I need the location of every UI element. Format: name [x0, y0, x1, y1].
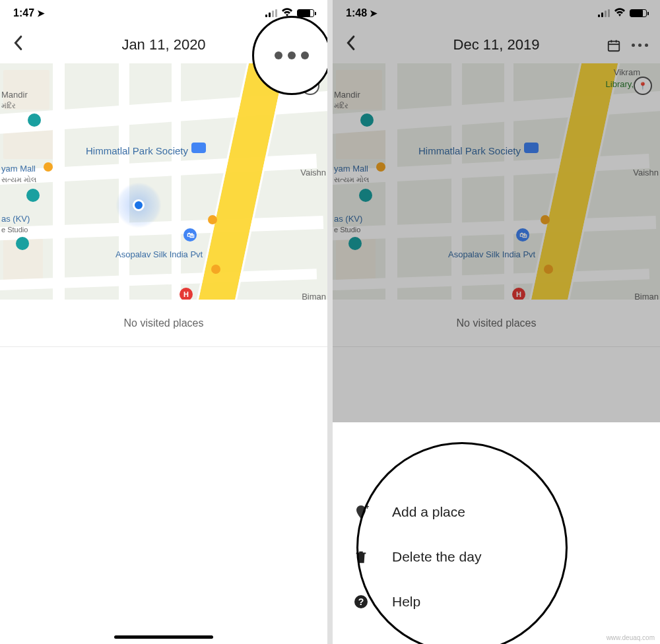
add-place-icon: +	[352, 504, 370, 520]
map-label: Himmatlal Park Society	[86, 145, 188, 156]
status-time: 1:47	[13, 7, 34, 19]
map-pin-transit-icon[interactable]	[208, 215, 217, 224]
map-pin-transit-icon[interactable]	[44, 162, 53, 172]
map-view[interactable]: Mandir મંદિર Library, Vikram Himmatlal P…	[333, 63, 660, 300]
map-pin-icon[interactable]	[191, 143, 206, 153]
map-label: Asopalav Silk India Pvt	[448, 249, 535, 259]
cellular-signal-icon	[598, 9, 610, 17]
home-indicator[interactable]	[114, 635, 213, 639]
map-pin-transit-icon[interactable]	[541, 215, 550, 224]
delete-day-button[interactable]: Delete the day	[333, 534, 660, 579]
sheet-item-label: Add a place	[392, 504, 465, 520]
map-label: Himmatlal Park Society	[418, 145, 521, 156]
visited-places-empty: No visited places	[0, 300, 327, 347]
location-services-icon: ➤	[37, 8, 45, 18]
map-pin-hospital-icon[interactable]: H	[180, 288, 193, 300]
trash-icon	[352, 549, 370, 565]
help-icon: ?	[352, 594, 370, 610]
map-pin-icon[interactable]	[348, 237, 362, 250]
map-label: Library,	[606, 79, 634, 89]
phone-screen-left: 1:47 ➤ Jan 11, 2020	[0, 0, 327, 644]
map-pin-icon[interactable]	[28, 113, 41, 127]
map-label: Asopalav Silk India Pvt	[116, 249, 203, 259]
map-label: Vikram	[614, 67, 640, 77]
map-label: Biman	[302, 292, 326, 300]
map-label: yam Mall	[1, 164, 36, 174]
map-pin-icon[interactable]: 🛍	[183, 228, 197, 242]
help-button[interactable]: ? Help	[333, 579, 660, 624]
map-label: as (KV)	[1, 214, 30, 224]
map-label: મંદિર	[334, 102, 348, 110]
map-pin-icon[interactable]	[360, 113, 374, 127]
map-pin-icon[interactable]: 📍	[634, 77, 652, 95]
svg-text:+: +	[365, 504, 369, 511]
map-pin-transit-icon[interactable]	[376, 162, 385, 172]
map-pin-icon[interactable]	[16, 237, 29, 250]
visited-places-empty: No visited places	[333, 300, 660, 347]
map-pin-icon[interactable]	[359, 189, 372, 202]
no-places-label: No visited places	[124, 317, 204, 329]
battery-icon	[630, 9, 647, 17]
map-label: as (KV)	[334, 214, 362, 224]
back-button[interactable]	[12, 35, 32, 55]
page-title: Jan 11, 2020	[121, 36, 205, 53]
map-label: સત્યમ મોલ	[334, 176, 369, 184]
nav-bar: Dec 11, 2019	[333, 26, 660, 63]
phone-screen-right: 1:48 ➤ Dec 11, 2019	[333, 0, 660, 644]
page-title: Dec 11, 2019	[453, 36, 540, 53]
svg-rect-0	[609, 42, 620, 51]
more-options-button[interactable]	[632, 44, 648, 47]
annotation-circle-more-button	[252, 16, 327, 95]
map-pin-transit-icon[interactable]	[544, 265, 553, 274]
map-label: Vaishn	[300, 168, 326, 177]
map-pin-hospital-icon[interactable]: H	[512, 288, 525, 300]
add-place-button[interactable]: + Add a place	[333, 490, 660, 534]
sheet-item-label: Delete the day	[392, 549, 481, 565]
battery-icon	[297, 9, 314, 17]
map-label: Vaishn	[633, 168, 659, 177]
map-label: Mandir	[1, 90, 28, 100]
watermark: www.deuaq.com	[607, 634, 655, 641]
map-pin-icon[interactable]	[26, 189, 40, 202]
map-label: yam Mall	[334, 164, 368, 174]
map-label: e Studio	[334, 226, 360, 234]
action-sheet: + Add a place Delete the day ? Help	[333, 480, 660, 644]
map-pin-icon[interactable]	[524, 143, 539, 153]
cellular-signal-icon	[265, 9, 277, 17]
map-label: મંદિર	[1, 102, 16, 110]
back-button[interactable]	[345, 35, 364, 55]
status-bar: 1:48 ➤	[333, 0, 660, 26]
more-options-icon[interactable]	[275, 51, 309, 59]
no-places-label: No visited places	[457, 317, 537, 329]
map-label: Biman	[634, 292, 659, 300]
map-label: e Studio	[1, 226, 28, 234]
svg-text:?: ?	[358, 596, 364, 607]
map-pin-icon[interactable]: 🛍	[516, 228, 529, 242]
wifi-icon	[614, 8, 626, 19]
location-services-icon: ➤	[370, 8, 378, 18]
current-location-marker	[116, 182, 162, 228]
sheet-item-label: Help	[392, 594, 420, 610]
map-view[interactable]: Mandir મંદિર Library, Himmatlal Park Soc…	[0, 63, 327, 300]
map-label: સત્યમ મોલ	[1, 176, 36, 184]
map-label: Mandir	[334, 90, 360, 100]
calendar-button[interactable]	[607, 38, 620, 51]
status-time: 1:48	[346, 7, 367, 19]
map-pin-transit-icon[interactable]	[211, 265, 220, 274]
